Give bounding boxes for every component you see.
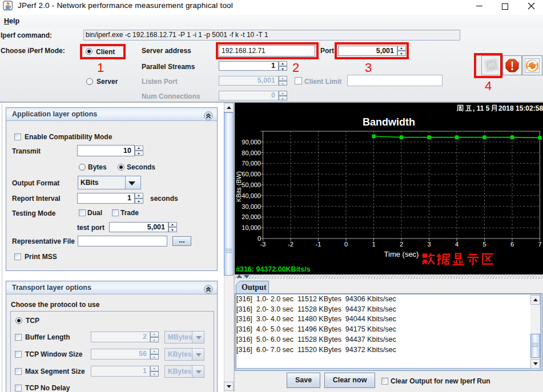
svg-text:3: 3 (427, 241, 431, 248)
svg-text:1: 1 (372, 241, 375, 248)
svg-text:20,000: 20,000 (242, 213, 261, 220)
svg-text:7: 7 (538, 241, 541, 248)
svg-text:-2: -2 (288, 241, 293, 248)
svg-text:50,000: 50,000 (242, 181, 261, 188)
svg-text:70,000: 70,000 (242, 160, 261, 167)
svg-text:-3: -3 (260, 241, 266, 248)
svg-text:4: 4 (455, 241, 458, 248)
svg-text:KBits (BW): KBits (BW) (235, 171, 242, 202)
svg-text:30,000: 30,000 (242, 203, 261, 210)
svg-text:40,000: 40,000 (242, 192, 261, 199)
svg-text:10,000: 10,000 (242, 224, 261, 231)
svg-text:-1: -1 (316, 241, 321, 248)
svg-text:2018 15:02:58: 2018 15:02:58 (498, 104, 543, 112)
svg-text:60,000: 60,000 (242, 171, 261, 177)
svg-text:6: 6 (510, 241, 514, 248)
svg-text:80,000: 80,000 (242, 149, 261, 156)
svg-text:#316: 94372.00KBits/s: #316: 94372.00KBits/s (236, 265, 311, 273)
svg-text:5: 5 (482, 241, 486, 248)
svg-text:90,000: 90,000 (242, 139, 261, 146)
svg-text:, 11 5: , 11 5 (473, 104, 490, 112)
svg-text:Time (sec): Time (sec) (384, 250, 419, 258)
svg-text:2: 2 (400, 241, 403, 248)
svg-text:0: 0 (344, 241, 348, 248)
svg-text:Bandwidth: Bandwidth (363, 116, 415, 128)
